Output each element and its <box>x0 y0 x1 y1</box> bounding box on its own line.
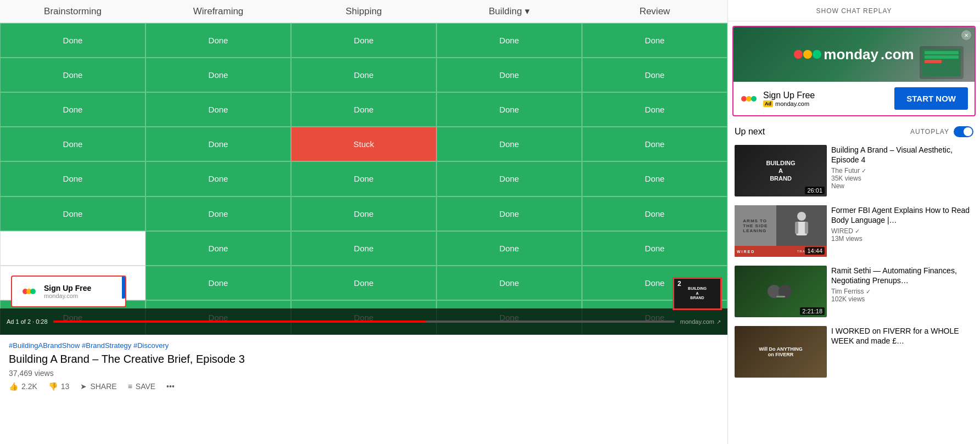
view-count-item: 102K views <box>831 295 973 303</box>
cell: Done <box>291 161 436 196</box>
cell: Done <box>0 92 145 127</box>
cell: Done <box>582 23 727 58</box>
up-next-header: Up next AUTOPLAY <box>728 121 980 140</box>
table-row: Done Done Done Done <box>0 231 727 266</box>
list-item[interactable]: ARMS TOTHE SIDELEANING WIRED T <box>728 201 980 261</box>
svg-point-4 <box>803 50 812 59</box>
more-icon: ••• <box>166 382 175 391</box>
col-brainstorming: Brainstorming <box>0 5 145 17</box>
mini-preview: 2 BUILDINGABRAND <box>673 277 722 310</box>
video-actions: 👍 2.2K 👎 13 ➤ SHARE ≡ SAVE ••• <box>9 382 719 391</box>
progress-bar[interactable] <box>53 321 675 323</box>
cell: Done <box>145 231 291 266</box>
video-thumbnail: BUILDINGABRAND 26:01 <box>735 145 827 196</box>
view-count: 37,469 views <box>9 369 719 378</box>
col-review: Review <box>582 5 727 17</box>
ad-banner-image: monday .com ✕ <box>733 27 975 82</box>
view-count-item: 35K views <box>831 175 973 182</box>
cell: Done <box>291 231 436 266</box>
video-thumbnail: Will Do ANYTHINGon FIVERR <box>735 326 827 378</box>
start-now-button[interactable]: START NOW <box>894 87 968 110</box>
cell: Done <box>145 92 291 127</box>
svg-point-5 <box>813 50 821 59</box>
table-row: Done Done Done Done Done <box>0 23 727 58</box>
cell: Done <box>582 92 727 127</box>
toggle-knob <box>964 127 972 136</box>
hashtags[interactable]: #BuildingABrandShow #BrandStrategy #Disc… <box>9 341 719 350</box>
ad-close-button[interactable]: ✕ <box>961 30 971 40</box>
video-player: Brainstorming Wireframing Shipping Build… <box>0 0 727 335</box>
video-meta: Building A Brand – Visual Aesthetic, Epi… <box>831 145 973 196</box>
video-meta: Ramit Sethi — Automating Finances, Negot… <box>831 266 973 317</box>
cell: Done <box>436 127 582 161</box>
cell: Done <box>145 23 291 58</box>
cell: Done <box>145 161 291 196</box>
video-area: Brainstorming Wireframing Shipping Build… <box>0 0 727 444</box>
autoplay-toggle[interactable] <box>954 126 973 137</box>
share-button[interactable]: ➤ SHARE <box>80 382 116 391</box>
cell: Done <box>0 23 145 58</box>
cell: Done <box>582 161 727 196</box>
svg-rect-15 <box>776 296 785 297</box>
cell: Done <box>436 92 582 127</box>
video-meta: I WORKED on FIVERR for a WHOLE WEEK and … <box>831 326 973 378</box>
svg-rect-12 <box>805 222 808 234</box>
dislike-button[interactable]: 👎 13 <box>48 382 70 391</box>
cell: Done <box>582 127 727 161</box>
chat-replay-button[interactable]: SHOW CHAT REPLAY <box>728 0 980 21</box>
ad-overlay[interactable]: Sign Up Free monday.com <box>11 276 126 307</box>
monday-small-logo <box>740 90 758 108</box>
video-title-item: Building A Brand – Visual Aesthetic, Epi… <box>831 145 973 165</box>
cell: Done <box>145 266 291 300</box>
below-video: #BuildingABrandShow #BrandStrategy #Disc… <box>0 335 727 394</box>
monday-logo-large: monday .com <box>794 46 914 63</box>
cell: Done <box>0 127 145 161</box>
duration-badge: 2:21:18 <box>800 307 825 315</box>
cell: Done <box>145 58 291 92</box>
ad-label: Ad monday.com <box>763 100 815 107</box>
channel-name: Tim Ferriss ✓ <box>831 288 973 295</box>
share-icon: ➤ <box>80 382 87 391</box>
cell-stuck: Stuck <box>291 127 436 161</box>
like-button[interactable]: 👍 2.2K <box>9 382 37 391</box>
save-button[interactable]: ≡ SAVE <box>128 382 155 391</box>
col-building: Building ▾ <box>436 5 582 17</box>
list-item[interactable]: Will Do ANYTHINGon FIVERR I WORKED on FI… <box>728 322 980 382</box>
table-row: Done Done Done Done Done <box>0 196 727 231</box>
video-meta: Former FBI Agent Explains How to Read Bo… <box>831 205 973 257</box>
video-title-item: I WORKED on FIVERR for a WHOLE WEEK and … <box>831 326 973 346</box>
channel-name: The Futur ✓ <box>831 167 973 175</box>
cell: Done <box>436 231 582 266</box>
more-button[interactable]: ••• <box>166 382 175 391</box>
thumbs-down-icon: 👎 <box>48 382 58 391</box>
cell: Done <box>291 92 436 127</box>
cell: Done <box>291 266 436 300</box>
svg-point-8 <box>751 96 757 102</box>
list-item[interactable]: 2:21:18 Ramit Sethi — Automating Finance… <box>728 261 980 322</box>
table-row: Done Done Done Done Done <box>0 58 727 92</box>
cell: Done <box>582 58 727 92</box>
ad-overlay-logo <box>20 282 38 301</box>
ad-banner[interactable]: monday .com ✕ <box>732 26 976 116</box>
ad-indicator: Ad 1 of 2 · 0:28 <box>7 318 48 325</box>
cell: Done <box>291 23 436 58</box>
table-row: Done Done Done Done Done <box>0 161 727 196</box>
like-count: 2.2K <box>21 382 37 391</box>
svg-point-9 <box>797 212 806 221</box>
thumbs-up-icon: 👍 <box>9 382 18 391</box>
view-count-item: 13M views <box>831 235 973 243</box>
column-headers: Brainstorming Wireframing Shipping Build… <box>0 0 727 23</box>
svg-rect-11 <box>795 222 798 234</box>
video-thumbnail: 2:21:18 <box>735 266 827 317</box>
list-item[interactable]: BUILDINGABRAND 26:01 Building A Brand – … <box>728 140 980 201</box>
ad-title-sidebar: Sign Up Free <box>763 91 815 100</box>
cell: Done <box>436 58 582 92</box>
ad-title: Sign Up Free <box>44 284 91 293</box>
cell: Done <box>0 58 145 92</box>
cell: Done <box>582 231 727 266</box>
video-thumbnail: ARMS TOTHE SIDELEANING WIRED T <box>735 205 827 257</box>
svg-point-3 <box>794 50 803 59</box>
cell: Done <box>436 266 582 300</box>
main-layout: Brainstorming Wireframing Shipping Build… <box>0 0 980 444</box>
cell: Done <box>436 196 582 231</box>
